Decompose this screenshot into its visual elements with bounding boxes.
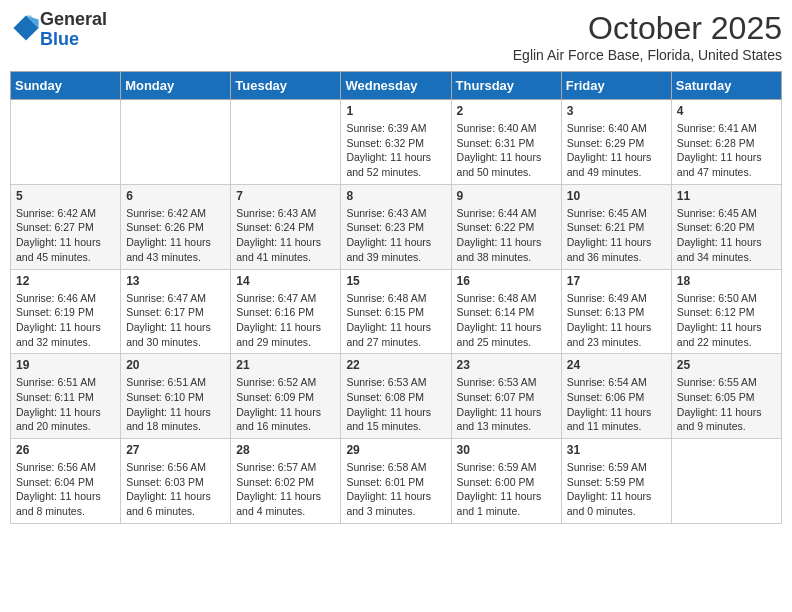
day-info: Sunrise: 6:48 AMSunset: 6:15 PMDaylight:… bbox=[346, 291, 445, 350]
day-number: 21 bbox=[236, 358, 335, 372]
calendar-cell: 8Sunrise: 6:43 AMSunset: 6:23 PMDaylight… bbox=[341, 184, 451, 269]
day-number: 23 bbox=[457, 358, 556, 372]
day-info: Sunrise: 6:44 AMSunset: 6:22 PMDaylight:… bbox=[457, 206, 556, 265]
logo-icon bbox=[12, 14, 40, 42]
calendar-cell: 4Sunrise: 6:41 AMSunset: 6:28 PMDaylight… bbox=[671, 100, 781, 185]
calendar-cell: 12Sunrise: 6:46 AMSunset: 6:19 PMDayligh… bbox=[11, 269, 121, 354]
weekday-header-row: SundayMondayTuesdayWednesdayThursdayFrid… bbox=[11, 72, 782, 100]
calendar-subtitle: Eglin Air Force Base, Florida, United St… bbox=[513, 47, 782, 63]
calendar-week-row: 26Sunrise: 6:56 AMSunset: 6:04 PMDayligh… bbox=[11, 439, 782, 524]
calendar-cell: 28Sunrise: 6:57 AMSunset: 6:02 PMDayligh… bbox=[231, 439, 341, 524]
day-info: Sunrise: 6:51 AMSunset: 6:11 PMDaylight:… bbox=[16, 375, 115, 434]
weekday-header: Thursday bbox=[451, 72, 561, 100]
weekday-header: Saturday bbox=[671, 72, 781, 100]
calendar-week-row: 12Sunrise: 6:46 AMSunset: 6:19 PMDayligh… bbox=[11, 269, 782, 354]
day-number: 7 bbox=[236, 189, 335, 203]
day-info: Sunrise: 6:40 AMSunset: 6:29 PMDaylight:… bbox=[567, 121, 666, 180]
day-number: 29 bbox=[346, 443, 445, 457]
calendar-cell bbox=[671, 439, 781, 524]
calendar-cell: 6Sunrise: 6:42 AMSunset: 6:26 PMDaylight… bbox=[121, 184, 231, 269]
day-number: 15 bbox=[346, 274, 445, 288]
calendar-cell: 14Sunrise: 6:47 AMSunset: 6:16 PMDayligh… bbox=[231, 269, 341, 354]
calendar-cell: 11Sunrise: 6:45 AMSunset: 6:20 PMDayligh… bbox=[671, 184, 781, 269]
day-number: 13 bbox=[126, 274, 225, 288]
calendar-cell bbox=[121, 100, 231, 185]
day-number: 9 bbox=[457, 189, 556, 203]
day-number: 25 bbox=[677, 358, 776, 372]
calendar-cell: 17Sunrise: 6:49 AMSunset: 6:13 PMDayligh… bbox=[561, 269, 671, 354]
weekday-header: Monday bbox=[121, 72, 231, 100]
calendar-cell: 16Sunrise: 6:48 AMSunset: 6:14 PMDayligh… bbox=[451, 269, 561, 354]
day-info: Sunrise: 6:50 AMSunset: 6:12 PMDaylight:… bbox=[677, 291, 776, 350]
day-info: Sunrise: 6:56 AMSunset: 6:03 PMDaylight:… bbox=[126, 460, 225, 519]
day-info: Sunrise: 6:39 AMSunset: 6:32 PMDaylight:… bbox=[346, 121, 445, 180]
calendar-week-row: 5Sunrise: 6:42 AMSunset: 6:27 PMDaylight… bbox=[11, 184, 782, 269]
day-number: 28 bbox=[236, 443, 335, 457]
day-info: Sunrise: 6:40 AMSunset: 6:31 PMDaylight:… bbox=[457, 121, 556, 180]
logo: General Blue bbox=[10, 10, 107, 50]
day-number: 14 bbox=[236, 274, 335, 288]
day-info: Sunrise: 6:56 AMSunset: 6:04 PMDaylight:… bbox=[16, 460, 115, 519]
calendar-cell: 31Sunrise: 6:59 AMSunset: 5:59 PMDayligh… bbox=[561, 439, 671, 524]
day-number: 20 bbox=[126, 358, 225, 372]
calendar-table: SundayMondayTuesdayWednesdayThursdayFrid… bbox=[10, 71, 782, 524]
calendar-cell: 27Sunrise: 6:56 AMSunset: 6:03 PMDayligh… bbox=[121, 439, 231, 524]
day-info: Sunrise: 6:49 AMSunset: 6:13 PMDaylight:… bbox=[567, 291, 666, 350]
calendar-cell: 9Sunrise: 6:44 AMSunset: 6:22 PMDaylight… bbox=[451, 184, 561, 269]
day-info: Sunrise: 6:45 AMSunset: 6:20 PMDaylight:… bbox=[677, 206, 776, 265]
calendar-cell: 13Sunrise: 6:47 AMSunset: 6:17 PMDayligh… bbox=[121, 269, 231, 354]
title-block: October 2025 Eglin Air Force Base, Flori… bbox=[513, 10, 782, 63]
calendar-week-row: 19Sunrise: 6:51 AMSunset: 6:11 PMDayligh… bbox=[11, 354, 782, 439]
calendar-cell: 15Sunrise: 6:48 AMSunset: 6:15 PMDayligh… bbox=[341, 269, 451, 354]
day-info: Sunrise: 6:55 AMSunset: 6:05 PMDaylight:… bbox=[677, 375, 776, 434]
day-info: Sunrise: 6:43 AMSunset: 6:24 PMDaylight:… bbox=[236, 206, 335, 265]
calendar-cell: 20Sunrise: 6:51 AMSunset: 6:10 PMDayligh… bbox=[121, 354, 231, 439]
day-number: 8 bbox=[346, 189, 445, 203]
weekday-header: Sunday bbox=[11, 72, 121, 100]
day-number: 1 bbox=[346, 104, 445, 118]
calendar-cell: 30Sunrise: 6:59 AMSunset: 6:00 PMDayligh… bbox=[451, 439, 561, 524]
day-number: 6 bbox=[126, 189, 225, 203]
weekday-header: Friday bbox=[561, 72, 671, 100]
day-number: 17 bbox=[567, 274, 666, 288]
day-number: 19 bbox=[16, 358, 115, 372]
logo-general: General bbox=[40, 9, 107, 29]
day-number: 27 bbox=[126, 443, 225, 457]
day-number: 26 bbox=[16, 443, 115, 457]
calendar-cell: 10Sunrise: 6:45 AMSunset: 6:21 PMDayligh… bbox=[561, 184, 671, 269]
day-number: 30 bbox=[457, 443, 556, 457]
calendar-cell bbox=[231, 100, 341, 185]
calendar-cell: 19Sunrise: 6:51 AMSunset: 6:11 PMDayligh… bbox=[11, 354, 121, 439]
day-info: Sunrise: 6:42 AMSunset: 6:26 PMDaylight:… bbox=[126, 206, 225, 265]
calendar-cell: 18Sunrise: 6:50 AMSunset: 6:12 PMDayligh… bbox=[671, 269, 781, 354]
day-number: 11 bbox=[677, 189, 776, 203]
day-number: 24 bbox=[567, 358, 666, 372]
calendar-title: October 2025 bbox=[513, 10, 782, 47]
day-number: 4 bbox=[677, 104, 776, 118]
day-number: 3 bbox=[567, 104, 666, 118]
day-info: Sunrise: 6:58 AMSunset: 6:01 PMDaylight:… bbox=[346, 460, 445, 519]
calendar-cell: 1Sunrise: 6:39 AMSunset: 6:32 PMDaylight… bbox=[341, 100, 451, 185]
day-number: 12 bbox=[16, 274, 115, 288]
calendar-cell: 24Sunrise: 6:54 AMSunset: 6:06 PMDayligh… bbox=[561, 354, 671, 439]
day-info: Sunrise: 6:46 AMSunset: 6:19 PMDaylight:… bbox=[16, 291, 115, 350]
calendar-cell: 29Sunrise: 6:58 AMSunset: 6:01 PMDayligh… bbox=[341, 439, 451, 524]
weekday-header: Tuesday bbox=[231, 72, 341, 100]
day-number: 22 bbox=[346, 358, 445, 372]
weekday-header: Wednesday bbox=[341, 72, 451, 100]
calendar-cell: 22Sunrise: 6:53 AMSunset: 6:08 PMDayligh… bbox=[341, 354, 451, 439]
day-number: 16 bbox=[457, 274, 556, 288]
calendar-cell: 26Sunrise: 6:56 AMSunset: 6:04 PMDayligh… bbox=[11, 439, 121, 524]
day-number: 2 bbox=[457, 104, 556, 118]
day-info: Sunrise: 6:57 AMSunset: 6:02 PMDaylight:… bbox=[236, 460, 335, 519]
day-number: 5 bbox=[16, 189, 115, 203]
calendar-cell: 23Sunrise: 6:53 AMSunset: 6:07 PMDayligh… bbox=[451, 354, 561, 439]
day-info: Sunrise: 6:51 AMSunset: 6:10 PMDaylight:… bbox=[126, 375, 225, 434]
day-info: Sunrise: 6:41 AMSunset: 6:28 PMDaylight:… bbox=[677, 121, 776, 180]
day-info: Sunrise: 6:48 AMSunset: 6:14 PMDaylight:… bbox=[457, 291, 556, 350]
logo-blue: Blue bbox=[40, 29, 79, 49]
calendar-cell: 2Sunrise: 6:40 AMSunset: 6:31 PMDaylight… bbox=[451, 100, 561, 185]
day-info: Sunrise: 6:43 AMSunset: 6:23 PMDaylight:… bbox=[346, 206, 445, 265]
day-info: Sunrise: 6:45 AMSunset: 6:21 PMDaylight:… bbox=[567, 206, 666, 265]
day-number: 31 bbox=[567, 443, 666, 457]
